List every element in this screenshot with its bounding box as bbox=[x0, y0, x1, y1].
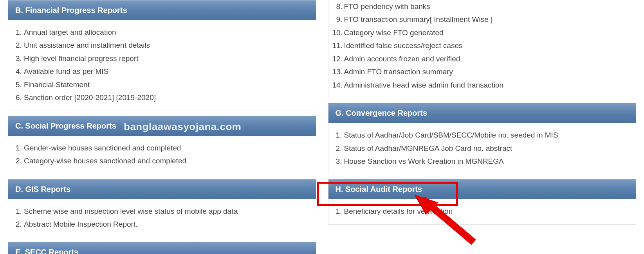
panel-header-b: B. Financial Progress Reports bbox=[8, 0, 316, 20]
report-link[interactable]: Unit assistance and installment details bbox=[24, 39, 309, 52]
report-link[interactable]: House Sanction vs Work Creation in MGNRE… bbox=[344, 155, 629, 168]
report-link[interactable]: Administrative head wise admin fund tran… bbox=[344, 79, 629, 91]
report-link[interactable]: Category wise FTO generated bbox=[344, 26, 629, 39]
panel-title-text: C. Social Progress Reports bbox=[15, 122, 116, 130]
panel-convergence: G. Convergence Reports Status of Aadhar/… bbox=[328, 103, 637, 174]
list-financial-progress: Annual target and allocation Unit assist… bbox=[24, 26, 309, 104]
panel-secc: E. SECC Reports bbox=[8, 242, 316, 254]
panel-social-audit: H. Social Audit Reports Beneficiary deta… bbox=[328, 179, 637, 224]
list-social-progress: Gender-wise houses sanctioned and comple… bbox=[24, 141, 309, 168]
report-link[interactable]: Financial Statement bbox=[24, 78, 309, 91]
report-link[interactable]: Scheme wise and inspection level wise st… bbox=[24, 205, 309, 218]
report-link[interactable]: FTO pendency with banks bbox=[344, 0, 629, 13]
panel-gis: D. GIS Reports Scheme wise and inspectio… bbox=[8, 179, 316, 238]
report-link[interactable]: Sanction order [2020-2021] [2019-2020] bbox=[24, 91, 309, 104]
report-link[interactable]: Abstract Mobile Inspection Report. bbox=[24, 218, 309, 231]
panel-header-g: G. Convergence Reports bbox=[328, 103, 636, 123]
report-link[interactable]: Identified false success/reject cases bbox=[344, 39, 629, 52]
report-link[interactable]: Gender-wise houses sanctioned and comple… bbox=[24, 141, 309, 154]
panel-header-c: C. Social Progress Reports banglaawasyoj… bbox=[8, 116, 316, 136]
watermark-text: banglaawasyojana.com bbox=[124, 121, 241, 133]
report-link[interactable]: Status of Aadhar/Job Card/SBM/SECC/Mobil… bbox=[344, 129, 629, 141]
report-link[interactable]: FTO transaction summary[ Installment Wis… bbox=[344, 13, 629, 26]
report-link[interactable]: High level financial progress report bbox=[24, 52, 309, 65]
panel-social-progress: C. Social Progress Reports banglaawasyoj… bbox=[8, 116, 316, 174]
panel-header-e: E. SECC Reports bbox=[8, 242, 316, 254]
panel-header-h: H. Social Audit Reports bbox=[328, 179, 636, 199]
report-link[interactable]: Annual target and allocation bbox=[24, 26, 309, 39]
left-column: B. Financial Progress Reports Annual tar… bbox=[8, 0, 316, 254]
report-link[interactable]: Available fund as per MIS bbox=[24, 65, 309, 78]
list-gis: Scheme wise and inspection level wise st… bbox=[24, 205, 309, 231]
report-link-beneficiary-details[interactable]: Beneficiary details for verification bbox=[344, 205, 629, 218]
report-link[interactable]: Status of Aadhar/MGNREGA Job Card no. ab… bbox=[344, 142, 629, 155]
list-fto-continuation: FTO pendency with banks FTO transaction … bbox=[344, 0, 629, 91]
list-social-audit: Beneficiary details for verification bbox=[344, 205, 629, 218]
report-link[interactable]: Admin FTO transaction summary bbox=[344, 65, 629, 78]
report-link[interactable]: Admin accounts frozen and verified bbox=[344, 52, 629, 65]
panel-continuation: FTO pendency with banks FTO transaction … bbox=[328, 0, 637, 98]
report-link[interactable]: Category-wise houses sanctioned and comp… bbox=[24, 154, 309, 167]
panel-header-d: D. GIS Reports bbox=[8, 179, 316, 199]
right-column: FTO pendency with banks FTO transaction … bbox=[328, 0, 637, 254]
list-convergence: Status of Aadhar/Job Card/SBM/SECC/Mobil… bbox=[344, 129, 629, 168]
panel-financial-progress: B. Financial Progress Reports Annual tar… bbox=[8, 0, 316, 111]
